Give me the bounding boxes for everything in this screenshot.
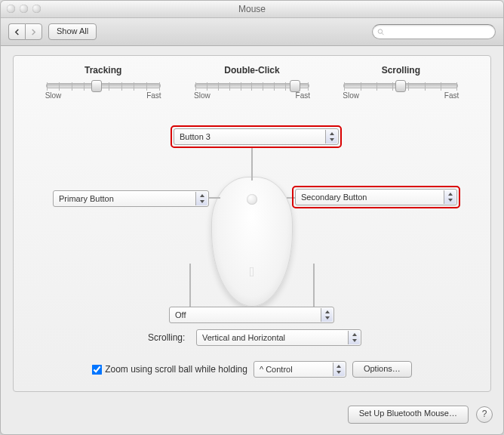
stepper-icon xyxy=(444,190,456,204)
button3-value: Button 3 xyxy=(180,132,211,141)
stepper-icon xyxy=(325,130,337,143)
nav-buttons xyxy=(8,23,42,40)
window-title: Mouse xyxy=(1,1,503,17)
help-button[interactable]: ? xyxy=(476,406,493,423)
zoom-row: Zoom using scroll ball while holding ^ C… xyxy=(14,361,490,378)
search-icon xyxy=(377,28,385,36)
zoom-modifier-value: ^ Control xyxy=(260,365,293,374)
tracking-label: Tracking xyxy=(39,65,167,76)
content-pane: Tracking SlowFast Double-Click SlowFast … xyxy=(13,55,491,392)
prefs-window: Mouse Show All Tracking SlowFast Do xyxy=(0,0,504,435)
left-button-value: Primary Button xyxy=(59,194,114,203)
zoom-modifier-select[interactable]: ^ Control xyxy=(254,361,346,378)
search-field[interactable] xyxy=(372,24,496,39)
scrolling-row-label: Scrolling: xyxy=(148,332,185,343)
right-button-select[interactable]: Secondary Button xyxy=(295,189,457,205)
stepper-icon xyxy=(333,362,345,376)
doubleclick-label: Double-Click xyxy=(188,65,316,76)
search-input[interactable] xyxy=(387,26,490,37)
titlebar: Mouse xyxy=(1,1,503,18)
scrolling-slider[interactable] xyxy=(343,83,458,88)
tracking-group: Tracking SlowFast xyxy=(39,65,167,100)
squeeze-select[interactable]: Off xyxy=(169,307,334,323)
left-button-select[interactable]: Primary Button xyxy=(53,190,209,207)
show-all-button[interactable]: Show All xyxy=(48,23,97,40)
scroll-ball-icon xyxy=(247,194,257,205)
mouse-figure:  xyxy=(207,177,297,307)
apple-logo-icon:  xyxy=(250,264,255,280)
scrolling-group: Scrolling SlowFast xyxy=(337,65,465,100)
button3-select[interactable]: Button 3 xyxy=(174,128,339,145)
stepper-icon xyxy=(348,331,360,344)
zoom-checkbox-label[interactable]: Zoom using scroll ball while holding xyxy=(92,364,247,375)
scrolling-mode-select[interactable]: Vertical and Horizontal xyxy=(196,329,361,346)
forward-button[interactable] xyxy=(25,23,42,40)
tracking-slider[interactable] xyxy=(46,83,161,88)
svg-point-0 xyxy=(378,29,382,32)
zoom-options-button[interactable]: Options… xyxy=(352,361,412,378)
doubleclick-group: Double-Click SlowFast xyxy=(188,65,316,100)
footer: Set Up Bluetooth Mouse… ? xyxy=(348,406,493,424)
scrolling-mode-value: Vertical and Horizontal xyxy=(202,333,285,342)
right-button-value: Secondary Button xyxy=(301,193,367,202)
back-button[interactable] xyxy=(8,23,25,40)
scrolling-label: Scrolling xyxy=(337,65,465,76)
button3-highlight: Button 3 xyxy=(171,125,342,148)
squeeze-value: Off xyxy=(175,310,186,319)
svg-line-1 xyxy=(382,32,383,34)
doubleclick-slider[interactable] xyxy=(195,83,309,88)
zoom-checkbox[interactable] xyxy=(92,364,103,375)
stepper-icon xyxy=(321,308,333,322)
toolbar: Show All xyxy=(1,18,503,46)
window-controls[interactable] xyxy=(7,5,41,13)
stepper-icon xyxy=(195,192,207,205)
setup-bluetooth-button[interactable]: Set Up Bluetooth Mouse… xyxy=(348,406,469,424)
secondary-highlight: Secondary Button xyxy=(292,186,460,208)
